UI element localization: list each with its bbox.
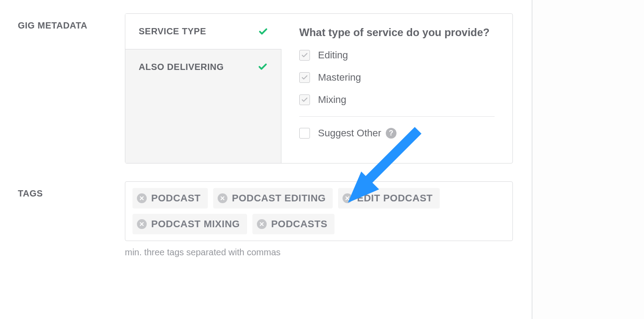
tab-service-type-label: SERVICE TYPE xyxy=(139,26,206,37)
tag-chip-label: PODCAST MIXING xyxy=(151,218,240,230)
metadata-tabs: SERVICE TYPE ALSO DELIVERING xyxy=(125,14,281,163)
option-mastering[interactable]: Mastering xyxy=(299,72,495,83)
gig-metadata-label: GIG METADATA xyxy=(18,13,125,31)
tag-chip-label: PODCASTS xyxy=(271,218,327,230)
tag-chip: ✕ PODCASTS xyxy=(252,214,334,234)
tab-also-delivering[interactable]: ALSO DELIVERING xyxy=(125,49,281,163)
tags-input[interactable]: ✕ PODCAST ✕ PODCAST EDITING ✕ EDIT PODCA… xyxy=(125,181,513,241)
right-rail xyxy=(532,0,644,319)
tab-also-delivering-label: ALSO DELIVERING xyxy=(139,62,224,72)
option-suggest-other-label: Suggest Other xyxy=(318,127,381,139)
options-divider xyxy=(299,116,495,117)
checkbox-checked-icon[interactable] xyxy=(299,94,310,105)
tags-label: TAGS xyxy=(18,181,125,241)
option-editing-label: Editing xyxy=(318,49,348,61)
checkbox-checked-icon[interactable] xyxy=(299,50,310,61)
help-icon[interactable]: ? xyxy=(386,128,396,139)
option-editing[interactable]: Editing xyxy=(299,49,495,61)
remove-tag-icon[interactable]: ✕ xyxy=(218,193,227,203)
check-icon xyxy=(258,62,268,72)
tag-chip-label: PODCAST xyxy=(151,192,201,204)
gig-metadata-row: GIG METADATA SERVICE TYPE ALSO DELIVERIN… xyxy=(18,13,513,164)
checkbox-checked-icon[interactable] xyxy=(299,72,310,83)
remove-tag-icon[interactable]: ✕ xyxy=(137,193,147,203)
option-mixing-label: Mixing xyxy=(318,94,347,106)
metadata-content: What type of service do you provide? Edi… xyxy=(281,14,512,163)
tags-section: TAGS ✕ PODCAST ✕ PODCAST EDITING ✕ EDIT … xyxy=(18,181,513,258)
remove-tag-icon[interactable]: ✕ xyxy=(343,193,352,203)
tag-chip: ✕ PODCAST EDITING xyxy=(213,188,333,209)
option-mastering-label: Mastering xyxy=(318,72,361,83)
tag-chip: ✕ PODCAST xyxy=(132,188,208,209)
tags-hint: min. three tags separated with commas xyxy=(125,247,281,257)
option-mixing[interactable]: Mixing xyxy=(299,94,495,106)
tag-chip-label: EDIT PODCAST xyxy=(357,192,433,204)
tag-chip-label: PODCAST EDITING xyxy=(232,192,326,204)
remove-tag-icon[interactable]: ✕ xyxy=(137,219,147,229)
tab-service-type[interactable]: SERVICE TYPE xyxy=(125,14,281,49)
tag-chip: ✕ EDIT PODCAST xyxy=(338,188,440,209)
option-suggest-other[interactable]: Suggest Other ? xyxy=(299,127,495,139)
checkbox-unchecked-icon[interactable] xyxy=(299,128,310,139)
metadata-box: SERVICE TYPE ALSO DELIVERING What type o… xyxy=(125,13,513,164)
remove-tag-icon[interactable]: ✕ xyxy=(257,219,267,229)
service-type-heading: What type of service do you provide? xyxy=(299,26,495,39)
tag-chip: ✕ PODCAST MIXING xyxy=(132,214,247,234)
check-icon xyxy=(258,27,268,37)
